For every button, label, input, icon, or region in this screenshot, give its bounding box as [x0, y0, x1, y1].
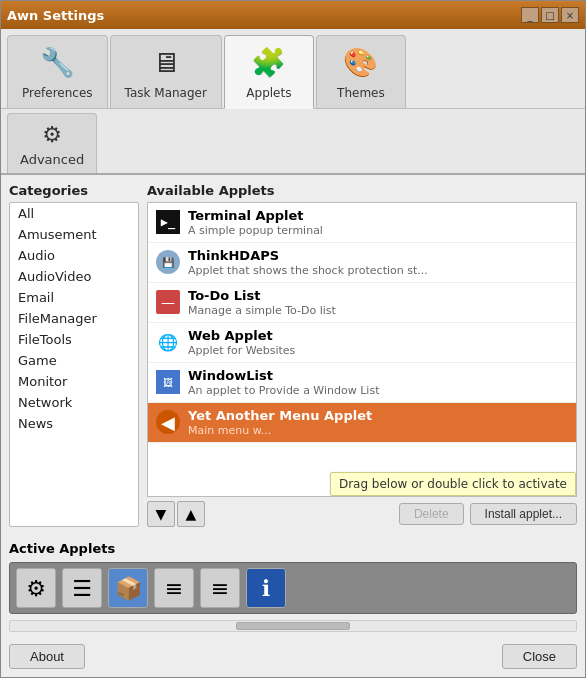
applets-title: Available Applets	[147, 183, 577, 198]
active-applets-title: Active Applets	[9, 541, 577, 556]
sidebar-item-news[interactable]: News	[10, 413, 138, 434]
applet-web-icon: 🌐	[156, 330, 180, 354]
applet-terminal-info: Terminal Applet A simple popup terminal	[188, 208, 323, 237]
applet-todo-desc: Manage a simple To-Do list	[188, 304, 336, 317]
applets-icon: 🧩	[249, 42, 289, 82]
task-manager-icon: 🖥	[146, 42, 186, 82]
close-button[interactable]: ×	[561, 7, 579, 23]
tab-task-manager[interactable]: 🖥 Task Manager	[110, 35, 222, 108]
applet-windowlist[interactable]: 🖼 WindowList An applet to Provide a Wind…	[148, 363, 576, 403]
sidebar-item-network[interactable]: Network	[10, 392, 138, 413]
nav-buttons: ▼ ▲	[147, 501, 205, 527]
toolbar-row1: 🔧 Preferences 🖥 Task Manager 🧩 Applets 🎨…	[1, 29, 585, 109]
tab-preferences-label: Preferences	[22, 86, 93, 100]
tab-advanced[interactable]: ⚙ Advanced	[7, 113, 97, 173]
applet-terminal-name: Terminal Applet	[188, 208, 323, 223]
applet-yama-info: Yet Another Menu Applet Main menu w...	[188, 408, 372, 437]
applet-thinkhdaps-desc: Applet that shows the shock protection s…	[188, 264, 428, 277]
applet-yama-desc: Main menu w...	[188, 424, 372, 437]
applet-controls: ▼ ▲ Delete Install applet...	[147, 501, 577, 527]
hscrollbar[interactable]	[9, 620, 577, 632]
sidebar-item-audiovideo[interactable]: AudioVideo	[10, 266, 138, 287]
sidebar-item-filemanager[interactable]: FileManager	[10, 308, 138, 329]
applets-list-container: ▶_ Terminal Applet A simple popup termin…	[147, 202, 577, 497]
action-buttons: Delete Install applet...	[399, 503, 577, 525]
applet-thinkhdaps[interactable]: 💾 ThinkHDAPS Applet that shows the shock…	[148, 243, 576, 283]
tab-themes-label: Themes	[337, 86, 385, 100]
sidebar-item-monitor[interactable]: Monitor	[10, 371, 138, 392]
applet-web-info: Web Applet Applet for Websites	[188, 328, 295, 357]
applet-yama-name: Yet Another Menu Applet	[188, 408, 372, 423]
applet-terminal[interactable]: ▶_ Terminal Applet A simple popup termin…	[148, 203, 576, 243]
applet-thinkhdaps-icon: 💾	[156, 250, 180, 274]
applet-web-desc: Applet for Websites	[188, 344, 295, 357]
sidebar-title: Categories	[9, 183, 139, 198]
tab-themes[interactable]: 🎨 Themes	[316, 35, 406, 108]
toolbar-row2: ⚙ Advanced	[1, 109, 585, 175]
applet-todo-name: To-Do List	[188, 288, 336, 303]
applet-todo-info: To-Do List Manage a simple To-Do list	[188, 288, 336, 317]
activate-tooltip: Drag below or double click to activate	[330, 472, 576, 496]
titlebar-buttons: _ □ ×	[521, 7, 579, 23]
applet-yama[interactable]: ◀ Yet Another Menu Applet Main menu w...	[148, 403, 576, 443]
advanced-icon: ⚙	[36, 118, 68, 150]
tab-advanced-label: Advanced	[20, 152, 84, 167]
sidebar-item-game[interactable]: Game	[10, 350, 138, 371]
applets-panel: Available Applets ▶_ Terminal Applet A s…	[147, 183, 577, 527]
applets-scroll[interactable]: ▶_ Terminal Applet A simple popup termin…	[148, 203, 576, 496]
themes-icon: 🎨	[341, 42, 381, 82]
active-applets-bar: ⚙ ☰ 📦 ≡ ≡ ℹ	[9, 562, 577, 614]
applet-thinkhdaps-name: ThinkHDAPS	[188, 248, 428, 263]
applet-thinkhdaps-info: ThinkHDAPS Applet that shows the shock p…	[188, 248, 428, 277]
applet-windowlist-icon: 🖼	[156, 370, 180, 394]
applet-yama-icon: ◀	[156, 410, 180, 434]
active-applet-lines2[interactable]: ≡	[200, 568, 240, 608]
nav-down-button[interactable]: ▼	[147, 501, 175, 527]
applet-todo-icon: —	[156, 290, 180, 314]
main-window: Awn Settings _ □ × 🔧 Preferences 🖥 Task …	[0, 0, 586, 678]
applet-windowlist-name: WindowList	[188, 368, 379, 383]
sidebar-item-amusement[interactable]: Amusement	[10, 224, 138, 245]
sidebar-item-audio[interactable]: Audio	[10, 245, 138, 266]
install-applet-button[interactable]: Install applet...	[470, 503, 577, 525]
active-applet-lines1[interactable]: ≡	[154, 568, 194, 608]
active-applet-menu1[interactable]: ☰	[62, 568, 102, 608]
active-applet-package[interactable]: 📦	[108, 568, 148, 608]
tab-preferences[interactable]: 🔧 Preferences	[7, 35, 108, 108]
close-window-button[interactable]: Close	[502, 644, 577, 669]
preferences-icon: 🔧	[37, 42, 77, 82]
applet-windowlist-desc: An applet to Provide a Window List	[188, 384, 379, 397]
tab-applets[interactable]: 🧩 Applets	[224, 35, 314, 109]
hscrollbar-container	[1, 614, 585, 638]
applet-todo[interactable]: — To-Do List Manage a simple To-Do list	[148, 283, 576, 323]
applet-web[interactable]: 🌐 Web Applet Applet for Websites	[148, 323, 576, 363]
applet-web-name: Web Applet	[188, 328, 295, 343]
applet-windowlist-info: WindowList An applet to Provide a Window…	[188, 368, 379, 397]
tab-applets-label: Applets	[246, 86, 291, 100]
sidebar-item-email[interactable]: Email	[10, 287, 138, 308]
sidebar-item-all[interactable]: All	[10, 203, 138, 224]
minimize-button[interactable]: _	[521, 7, 539, 23]
active-applets-section: Active Applets ⚙ ☰ 📦 ≡ ≡ ℹ	[1, 535, 585, 614]
nav-up-button[interactable]: ▲	[177, 501, 205, 527]
applet-terminal-icon: ▶_	[156, 210, 180, 234]
sidebar: Categories All Amusement Audio AudioVide…	[9, 183, 139, 527]
bottom-bar: About Close	[1, 638, 585, 677]
hscroll-thumb	[236, 622, 349, 630]
active-applet-info[interactable]: ℹ	[246, 568, 286, 608]
sidebar-item-filetools[interactable]: FileTools	[10, 329, 138, 350]
maximize-button[interactable]: □	[541, 7, 559, 23]
delete-button[interactable]: Delete	[399, 503, 464, 525]
titlebar: Awn Settings _ □ ×	[1, 1, 585, 29]
main-content: Categories All Amusement Audio AudioVide…	[1, 175, 585, 535]
active-applet-gear[interactable]: ⚙	[16, 568, 56, 608]
tab-task-manager-label: Task Manager	[125, 86, 207, 100]
categories-list[interactable]: All Amusement Audio AudioVideo Email Fil…	[9, 202, 139, 527]
about-button[interactable]: About	[9, 644, 85, 669]
applet-terminal-desc: A simple popup terminal	[188, 224, 323, 237]
window-title: Awn Settings	[7, 8, 104, 23]
